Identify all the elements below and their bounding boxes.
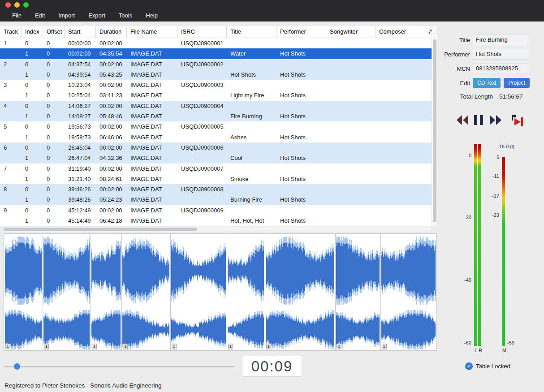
cell-start: 00:02:00 [65,48,96,59]
scale-23-label: -23 [488,212,499,218]
cell-songwriter [326,80,376,90]
column-header-title[interactable]: Title [227,26,276,38]
table-row[interactable]: 20004:37:5400:02:00IMAGE.DATUSQDJ0900002 [0,59,432,69]
mcn-field[interactable]: 0813285908925 [473,63,530,74]
minimize-window-button[interactable] [14,2,20,8]
track-index-marker[interactable]: 1 [172,344,177,349]
cell-index: 0 [22,184,43,194]
zoom-window-button[interactable] [23,2,29,8]
table-row[interactable]: 10000:00:0000:02:00USQDJ0900001 [0,38,432,48]
table-row[interactable]: 1031:21:4008:24:61IMAGE.DATSmokeHot Shot… [0,174,432,184]
cell-file: IMAGE.DAT [127,48,177,59]
transport-controls [453,113,533,131]
track-index-marker[interactable]: 1 [44,344,49,349]
table-row[interactable]: 1026:47:0404:32:36IMAGE.DATCoolHot Shots [0,153,432,163]
track-index-marker[interactable]: 1 [123,344,128,349]
menu-edit[interactable]: Edit [28,10,52,22]
table-row[interactable]: 1045:14:4906:42:18IMAGE.DATHot, Hot, Hot… [0,215,432,226]
play-to-end-button[interactable] [512,115,524,128]
table-row[interactable]: 60026:45:0400:02:00IMAGE.DATUSQDJ0900006 [0,142,432,153]
project-button[interactable]: Project [504,78,529,88]
table-row[interactable]: 1000:02:0004:35:54IMAGE.DATWaterHot Shot… [0,48,432,59]
cell-start: 39:46:26 [65,184,96,194]
close-window-button[interactable] [5,2,11,8]
cell-songwriter [326,205,376,215]
cell-file: IMAGE.DAT [127,80,177,90]
waveform-canvas[interactable] [4,234,436,350]
table-row[interactable]: 50019:56:7300:02:00IMAGE.DATUSQDJ0900005 [0,121,432,132]
column-header-songwriter[interactable]: Songwriter [326,26,376,38]
track-index-marker[interactable]: 1 [337,344,341,349]
cell-start: 10:25:04 [65,90,96,100]
seek-slider-thumb[interactable] [14,363,20,370]
column-header-performer[interactable]: Performer [276,26,326,38]
cell-file: IMAGE.DAT [127,164,177,174]
column-header-offset[interactable]: Offset [43,26,65,38]
cell-arr [425,101,432,111]
column-header-track[interactable]: Track [0,26,22,38]
playhead-cursor[interactable] [6,234,6,350]
title-bar[interactable] [0,0,544,10]
cell-file: IMAGE.DAT [127,142,177,153]
vertical-scrollbar[interactable] [432,26,437,226]
cell-offset: 0 [43,142,65,153]
cell-index: 1 [22,111,43,121]
menu-tools[interactable]: Tools [112,10,139,22]
cd-text-button[interactable]: CD Text [473,78,501,88]
cell-title: Fire Burning [227,111,276,121]
cell-title: Hot Shots [227,69,276,80]
table-row[interactable]: 1039:48:2605:24:23IMAGE.DATBurning FireH… [0,194,432,205]
table-row[interactable]: 40014:06:2700:02:00IMAGE.DATUSQDJ0900004 [0,101,432,111]
fast-forward-icon [489,115,502,125]
table-row[interactable]: 70031:19:4000:02:00IMAGE.DATUSQDJ0900007 [0,164,432,174]
track-index-marker[interactable]: 1 [228,344,233,349]
cell-duration: 00:02:00 [96,121,127,132]
column-header-arr[interactable]: Arr [425,26,432,38]
title-field[interactable]: Fire Burning [473,34,530,45]
fast-forward-button[interactable] [489,115,502,127]
vertical-scrollbar-thumb[interactable] [433,39,436,222]
seek-slider-track[interactable] [4,366,235,367]
performer-field[interactable]: Hot Shots [473,49,530,60]
column-header-index[interactable]: Index [22,26,43,38]
table-row[interactable]: 80039:46:2600:02:00IMAGE.DATUSQDJ0900008 [0,184,432,194]
cell-duration: 06:46:06 [96,132,127,142]
track-index-marker[interactable]: 1 [5,344,10,349]
menu-export[interactable]: Export [82,10,112,22]
table-locked-toggle[interactable]: ✔ Table Locked [465,362,510,370]
track-index-marker[interactable]: 1 [92,344,97,349]
peak-readout: -16.0 (l) [497,144,524,149]
menu-import[interactable]: Import [52,10,82,22]
cell-index: 0 [22,38,43,48]
waveform-panel[interactable]: 111111111 [4,233,437,351]
cell-title: Ashes [227,132,276,142]
cell-duration: 00:02:00 [96,142,127,153]
column-header-start[interactable]: Start [65,26,96,38]
cell-track [0,215,22,226]
track-index-marker[interactable]: 1 [382,344,387,349]
cell-title [227,80,276,90]
column-header-file[interactable]: File Name [127,26,177,38]
cell-performer: Hot Shots [276,90,326,100]
table-row[interactable]: 1014:08:2705:48:46IMAGE.DATFire BurningH… [0,111,432,121]
cell-songwriter [326,38,376,48]
table-row[interactable]: 1019:58:7306:46:06IMAGE.DATAshesHot Shot… [0,132,432,142]
column-header-isrc[interactable]: ISRC [177,26,227,38]
table-row[interactable]: 1010:25:0403:41:23IMAGE.DATLight my Fire… [0,90,432,100]
horizontal-scrollbar[interactable] [4,227,432,232]
cell-isrc: USQDJ0900003 [177,80,227,90]
pause-button[interactable] [474,115,483,127]
rewind-button[interactable] [456,115,469,127]
table-locked-label: Table Locked [476,363,510,370]
track-index-marker[interactable]: 1 [266,344,271,349]
column-header-duration[interactable]: Duration [96,26,127,38]
table-row[interactable]: 90045:12:4900:02:00IMAGE.DATUSQDJ0900009 [0,205,432,215]
table-row[interactable]: 30010:23:0400:02:00IMAGE.DATUSQDJ0900003 [0,80,432,90]
table-row[interactable]: 1004:39:5405:43:25IMAGE.DATHot ShotsHot … [0,69,432,80]
cell-index: 0 [22,121,43,132]
cell-composer [376,194,425,205]
menu-file[interactable]: File [5,10,28,22]
column-header-composer[interactable]: Composer [376,26,425,38]
horizontal-scrollbar-thumb[interactable] [4,228,197,231]
menu-help[interactable]: Help [139,10,164,22]
